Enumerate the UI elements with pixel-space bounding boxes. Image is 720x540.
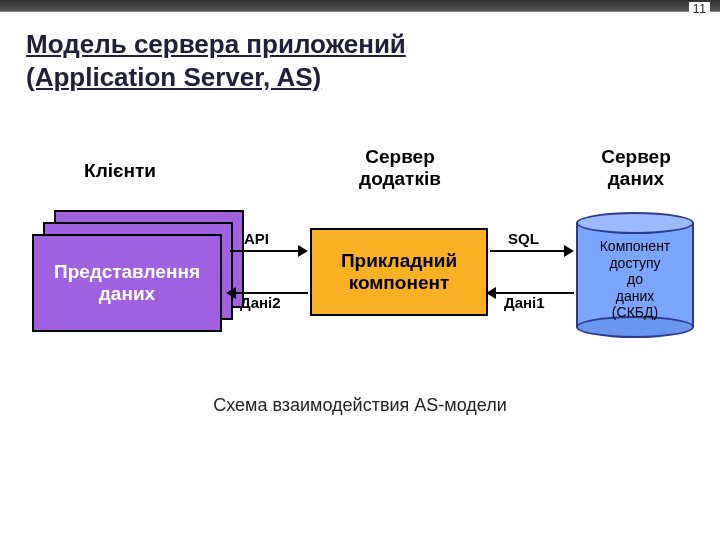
architecture-diagram: Клієнти Сервер додатків Сервер даних Пре… — [0, 140, 720, 400]
column-label-app-server: Сервер додатків — [320, 146, 480, 190]
slide-top-bar — [0, 0, 720, 12]
arrow-label-dani2: Дані2 — [240, 294, 281, 311]
arrow-label-dani1: Дані1 — [504, 294, 545, 311]
arrow-label-sql: SQL — [508, 230, 539, 247]
client-box-label: Представлення даних — [54, 261, 200, 305]
arrow-label-api: API — [244, 230, 269, 247]
db-top — [576, 212, 694, 234]
app-box-label: Прикладний компонент — [341, 250, 457, 294]
slide-title: Модель сервера приложений (Application S… — [26, 28, 406, 93]
page-number: 11 — [689, 2, 710, 16]
column-label-data-server: Сервер даних — [556, 146, 716, 190]
application-component-box: Прикладний компонент — [310, 228, 488, 316]
arrow-api — [230, 250, 298, 252]
column-label-clients: Клієнти — [40, 160, 200, 182]
arrow-sql — [490, 250, 564, 252]
diagram-caption: Схема взаимодействия AS-модели — [0, 395, 720, 416]
client-stack: Представлення даних — [32, 210, 240, 334]
db-label: Компонент доступу до даних (СКБД) — [576, 238, 694, 321]
client-box-front: Представлення даних — [32, 234, 222, 332]
database-cylinder: Компонент доступу до даних (СКБД) — [576, 212, 694, 338]
